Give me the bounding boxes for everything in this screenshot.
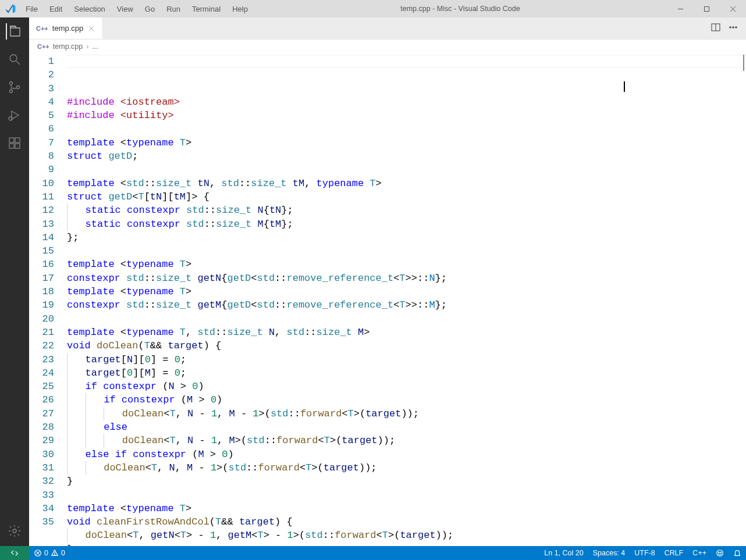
svg-point-21 [733, 27, 734, 28]
code-line[interactable]: doClean<T, N, M - 1>(std::forward<T>(tar… [67, 461, 746, 475]
svg-rect-14 [15, 144, 20, 148]
code-lines[interactable]: #include <iostream>#include <utility>tem… [67, 53, 746, 546]
code-line[interactable]: constexpr std::size_t getN{getD<std::rem… [67, 272, 746, 285]
code-line[interactable]: template <typename T> [67, 285, 746, 298]
breadcrumb[interactable]: C++ temp.cpp › ... [29, 40, 746, 53]
code-line[interactable]: template <typename T> [67, 136, 746, 149]
svg-rect-11 [9, 138, 14, 142]
run-debug-icon[interactable] [6, 107, 23, 123]
cursor-position[interactable]: Ln 1, Col 20 [539, 549, 588, 557]
close-window-button[interactable] [720, 0, 746, 17]
code-line[interactable]: #include <iostream> [67, 95, 746, 109]
indentation-status[interactable]: Spaces: 4 [588, 549, 630, 557]
code-line[interactable]: void cleanFirstRowAndCol(T&& target) { [67, 515, 746, 529]
code-line[interactable]: static constexpr std::size_t N{tN}; [67, 204, 746, 217]
code-line[interactable] [67, 122, 746, 135]
code-line[interactable]: template <typename T, std::size_t N, std… [67, 326, 746, 339]
line-number: 35 [29, 515, 54, 529]
line-number: 15 [29, 244, 54, 258]
menu-selection[interactable]: Selection [69, 2, 110, 16]
more-actions-icon[interactable] [729, 23, 738, 34]
code-line[interactable]: template <std::size_t tN, std::size_t tM… [67, 177, 746, 190]
svg-rect-12 [15, 138, 20, 142]
menu-go[interactable]: Go [140, 2, 160, 16]
menu-run[interactable]: Run [161, 2, 186, 16]
maximize-button[interactable] [694, 0, 720, 17]
code-line[interactable]: else if constexpr (M > 0) [67, 448, 746, 461]
menu-edit[interactable]: Edit [44, 2, 68, 16]
code-line[interactable]: #include <utility> [67, 109, 746, 122]
extensions-icon[interactable] [6, 135, 23, 151]
line-number: 21 [29, 326, 54, 339]
split-editor-icon[interactable] [711, 23, 720, 34]
line-number: 22 [29, 339, 54, 352]
code-line[interactable] [67, 244, 746, 258]
encoding-status[interactable]: UTF-8 [630, 549, 659, 557]
code-line[interactable]: doClean<T, N - 1, M>(std::forward<T>(tar… [67, 434, 746, 447]
tab-bar: C++ temp.cpp [29, 17, 746, 40]
code-line[interactable]: if constexpr (M > 0) [67, 393, 746, 406]
activity-bar [0, 17, 29, 546]
code-line[interactable]: } [67, 475, 746, 488]
line-number: 6 [29, 122, 54, 135]
svg-point-15 [13, 529, 16, 533]
language-mode[interactable]: C++ [688, 549, 711, 557]
line-number: 9 [29, 163, 54, 176]
search-icon[interactable] [6, 51, 23, 67]
tab-filename: temp.cpp [52, 24, 83, 33]
menu-help[interactable]: Help [227, 2, 253, 16]
line-number: 33 [29, 488, 54, 502]
svg-point-27 [54, 554, 55, 555]
code-line[interactable]: else [67, 420, 746, 434]
notifications-icon[interactable] [729, 549, 746, 557]
source-control-icon[interactable] [6, 79, 23, 95]
code-line[interactable]: constexpr std::size_t getM{getD<std::rem… [67, 298, 746, 312]
window-title: temp.cpp - Misc - Visual Studio Code [253, 5, 667, 13]
code-line[interactable] [67, 312, 746, 326]
code-line[interactable] [67, 163, 746, 176]
remote-indicator[interactable] [0, 546, 29, 560]
code-line[interactable]: doClean<T, getN<T> - 1, getM<T> - 1>(std… [67, 529, 746, 542]
menu-file[interactable]: File [20, 2, 43, 16]
svg-point-6 [10, 82, 13, 85]
code-line[interactable]: static constexpr std::size_t M{tM}; [67, 217, 746, 231]
settings-gear-icon[interactable] [6, 523, 23, 539]
line-number: 8 [29, 149, 54, 163]
line-number-gutter: 1234567891011121314151617181920212223242… [29, 53, 67, 546]
chevron-right-icon: › [86, 42, 88, 51]
code-line[interactable]: }; [67, 231, 746, 244]
code-line[interactable]: if constexpr (N > 0) [67, 380, 746, 393]
code-line[interactable]: doClean<T, N - 1, M - 1>(std::forward<T>… [67, 407, 746, 420]
code-line[interactable]: template <typename T> [67, 258, 746, 271]
svg-rect-13 [9, 144, 14, 148]
status-bar: 0 0 Ln 1, Col 20 Spaces: 4 UTF-8 CRLF C+… [0, 546, 746, 560]
svg-point-22 [736, 27, 737, 28]
explorer-icon[interactable] [6, 23, 22, 40]
line-number: 32 [29, 475, 54, 488]
line-number: 23 [29, 353, 54, 366]
line-number: 19 [29, 298, 54, 312]
svg-rect-1 [705, 6, 709, 11]
svg-point-20 [730, 27, 731, 28]
eol-status[interactable]: CRLF [660, 549, 688, 557]
feedback-icon[interactable] [711, 549, 729, 557]
code-line[interactable]: template <typename T> [67, 502, 746, 515]
code-line[interactable]: struct getD; [67, 149, 746, 163]
close-tab-icon[interactable] [87, 24, 95, 33]
code-line[interactable]: struct getD<T[tN][tM]> { [67, 190, 746, 204]
code-editor[interactable]: 1234567891011121314151617181920212223242… [29, 53, 746, 546]
line-number: 26 [29, 393, 54, 406]
menu-terminal[interactable]: Terminal [187, 2, 226, 16]
minimize-button[interactable] [667, 0, 694, 17]
code-line[interactable]: } [67, 543, 746, 546]
line-number: 28 [29, 420, 54, 434]
menu-view[interactable]: View [112, 2, 138, 16]
code-line[interactable] [67, 488, 746, 502]
tab-temp-cpp[interactable]: C++ temp.cpp [29, 17, 103, 39]
svg-point-28 [717, 550, 723, 557]
code-line[interactable]: target[0][M] = 0; [67, 366, 746, 380]
code-line[interactable]: target[N][0] = 0; [67, 353, 746, 366]
svg-point-29 [719, 552, 719, 552]
problems-indicator[interactable]: 0 0 [29, 546, 70, 560]
code-line[interactable]: void doClean(T&& target) { [67, 339, 746, 352]
